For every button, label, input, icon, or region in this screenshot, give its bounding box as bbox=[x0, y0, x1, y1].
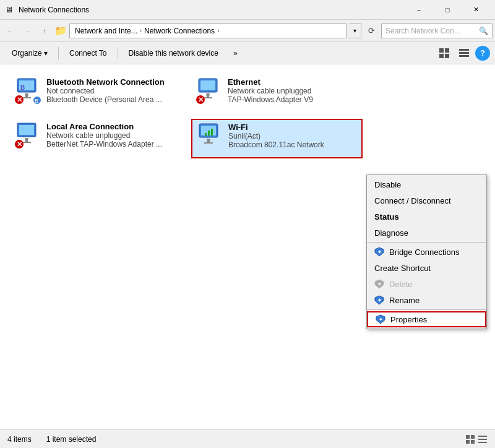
svg-rect-48 bbox=[478, 439, 487, 440]
item-count: 4 items bbox=[7, 435, 32, 444]
network-item-wifi[interactable]: Wi-Fi Sunil(Act) Broadcom 802.11ac Netwo… bbox=[191, 119, 363, 158]
ctx-status[interactable]: Status bbox=[367, 209, 486, 225]
local-icon-wrap: ✕ bbox=[14, 122, 41, 149]
svg-rect-5 bbox=[459, 52, 469, 54]
shield-icon-bridge: ✦ bbox=[374, 247, 384, 257]
main-area: B ✕ B Bluetooth Network Connection Not c… bbox=[0, 64, 495, 429]
ctx-disable[interactable]: Disable bbox=[367, 176, 486, 192]
ctx-delete-label: Delete bbox=[389, 280, 413, 289]
maximize-button[interactable]: □ bbox=[433, 0, 462, 20]
folder-icon: 📁 bbox=[54, 25, 67, 37]
ethernet-icon-wrap: ✕ bbox=[196, 77, 223, 105]
view-button-1[interactable] bbox=[436, 45, 453, 62]
status-view-icon-2 bbox=[478, 434, 488, 444]
local-network-name: Local Area Connection bbox=[46, 122, 177, 131]
shield-icon-rename: ✦ bbox=[374, 295, 384, 305]
forward-button[interactable]: → bbox=[20, 24, 35, 38]
view-button-2[interactable] bbox=[455, 45, 473, 62]
ctx-properties[interactable]: ✦ Properties bbox=[367, 311, 486, 327]
network-item-ethernet[interactable]: ✕ Ethernet Network cable unplugged TAP-W… bbox=[191, 74, 363, 114]
more-button[interactable]: » bbox=[226, 45, 244, 62]
shield-icon-delete: ✦ bbox=[374, 279, 384, 289]
svg-rect-6 bbox=[459, 55, 469, 57]
ctx-diagnose[interactable]: Diagnose bbox=[367, 225, 486, 241]
search-icon: 🔍 bbox=[479, 27, 488, 35]
ctx-separator-2 bbox=[367, 309, 486, 310]
toolbar-separator-2 bbox=[118, 47, 118, 59]
up-button[interactable]: ↑ bbox=[37, 24, 52, 38]
back-button[interactable]: ← bbox=[2, 24, 17, 38]
svg-rect-47 bbox=[478, 436, 487, 437]
svg-rect-32 bbox=[205, 133, 207, 136]
svg-text:✦: ✦ bbox=[377, 282, 382, 287]
bluetooth-network-detail: Bluetooth Device (Personal Area ... bbox=[46, 95, 177, 104]
ctx-rename-label: Rename bbox=[389, 296, 420, 305]
bluetooth-icon-wrap: B ✕ B bbox=[14, 77, 41, 105]
network-item-bluetooth[interactable]: B ✕ B Bluetooth Network Connection Not c… bbox=[10, 74, 181, 114]
window-title: Network Connections bbox=[19, 6, 405, 14]
ctx-diagnose-label: Diagnose bbox=[374, 228, 408, 238]
ethernet-network-name: Ethernet bbox=[228, 77, 358, 87]
svg-rect-33 bbox=[208, 131, 210, 136]
svg-text:✦: ✦ bbox=[377, 249, 382, 255]
address-path[interactable]: Network and Inte... › Network Connection… bbox=[69, 24, 346, 38]
network-grid: B ✕ B Bluetooth Network Connection Not c… bbox=[10, 74, 363, 158]
search-box[interactable]: Search Network Con... 🔍 bbox=[381, 24, 493, 38]
ctx-separator-1 bbox=[367, 242, 486, 243]
local-network-status: Network cable unplugged bbox=[46, 131, 177, 140]
disable-button[interactable]: Disable this network device bbox=[122, 45, 225, 62]
refresh-button[interactable]: ⟳ bbox=[364, 24, 379, 38]
wifi-network-status: Sunil(Act) bbox=[228, 132, 358, 140]
ctx-status-label: Status bbox=[374, 212, 399, 222]
ctx-rename[interactable]: ✦ Rename bbox=[367, 292, 486, 308]
network-item-local[interactable]: ✕ Local Area Connection Network cable un… bbox=[10, 119, 181, 158]
connect-to-button[interactable]: Connect To bbox=[62, 45, 114, 62]
ctx-connect-disconnect-label: Connect / Disconnect bbox=[374, 196, 451, 205]
window-controls: − □ ✕ bbox=[405, 0, 490, 20]
svg-marker-9 bbox=[25, 93, 28, 97]
search-placeholder: Search Network Con... bbox=[385, 27, 460, 35]
organize-button[interactable]: Organize ▾ bbox=[5, 45, 54, 62]
toolbar-separator-1 bbox=[58, 47, 59, 59]
address-bar: ← → ↑ 📁 Network and Inte... › Network Co… bbox=[0, 20, 495, 42]
toolbar: Organize ▾ Connect To Disable this netwo… bbox=[0, 42, 495, 64]
close-button[interactable]: ✕ bbox=[462, 0, 490, 20]
ethernet-network-detail: TAP-Windows Adapter V9 bbox=[228, 95, 358, 104]
app-icon: 🖥 bbox=[5, 5, 15, 15]
ctx-connect-disconnect[interactable]: Connect / Disconnect bbox=[367, 192, 486, 209]
svg-rect-31 bbox=[204, 142, 213, 144]
ethernet-network-status: Network cable unplugged bbox=[228, 87, 358, 95]
ctx-bridge-connections-label: Bridge Connections bbox=[389, 248, 459, 257]
local-network-info: Local Area Connection Network cable unpl… bbox=[46, 122, 177, 149]
minimize-button[interactable]: − bbox=[405, 0, 433, 20]
help-button[interactable]: ? bbox=[475, 46, 490, 61]
svg-rect-23 bbox=[19, 125, 34, 135]
ctx-create-shortcut[interactable]: Create Shortcut bbox=[367, 260, 486, 276]
svg-text:B: B bbox=[35, 98, 38, 104]
ctx-bridge-connections[interactable]: ✦ Bridge Connections bbox=[367, 244, 486, 260]
svg-marker-30 bbox=[207, 139, 210, 142]
svg-rect-4 bbox=[459, 49, 469, 51]
svg-text:✦: ✦ bbox=[379, 317, 383, 322]
error-badge-bluetooth: ✕ bbox=[14, 95, 24, 105]
toolbar-right: ? bbox=[436, 45, 490, 62]
svg-rect-1 bbox=[445, 48, 449, 53]
ctx-disable-label: Disable bbox=[374, 180, 401, 189]
address-dropdown[interactable]: ▾ bbox=[349, 24, 361, 38]
svg-text:✦: ✦ bbox=[377, 298, 382, 303]
svg-rect-3 bbox=[445, 54, 449, 58]
status-view-icons bbox=[465, 434, 488, 444]
svg-rect-45 bbox=[466, 440, 470, 444]
bluetooth-network-status: Not connected bbox=[46, 87, 177, 95]
view-list-icon bbox=[439, 48, 450, 59]
shield-icon-properties: ✦ bbox=[376, 314, 385, 324]
local-network-detail: BetterNet TAP-Windows Adapter ... bbox=[46, 140, 177, 149]
error-badge-ethernet: ✕ bbox=[196, 95, 205, 105]
svg-text:✕: ✕ bbox=[17, 140, 22, 148]
chevron-icon-1: › bbox=[140, 27, 142, 34]
svg-text:✕: ✕ bbox=[198, 96, 204, 103]
bluetooth-badge: B bbox=[33, 96, 41, 105]
svg-rect-43 bbox=[466, 435, 470, 439]
context-menu: Disable Connect / Disconnect Status Diag… bbox=[366, 174, 487, 329]
bluetooth-network-name: Bluetooth Network Connection bbox=[46, 77, 177, 87]
